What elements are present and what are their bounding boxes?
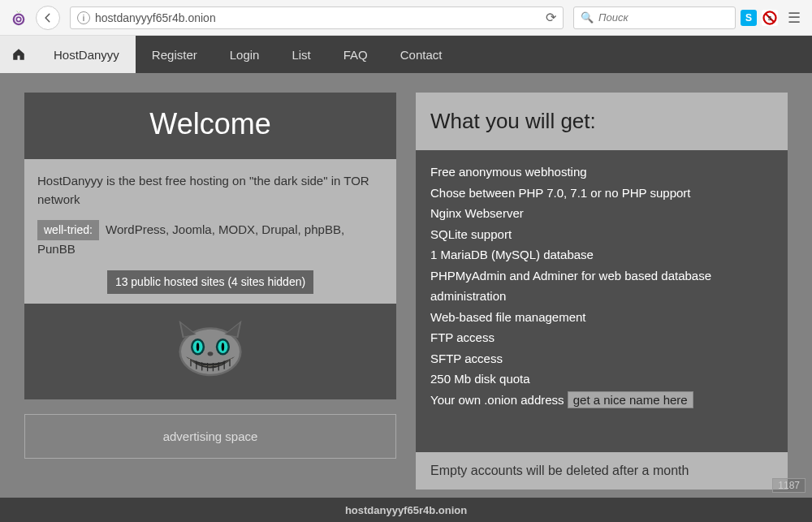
hamburger-menu-icon[interactable]: ☰ (783, 9, 806, 27)
feature-item: Free anonymous webhosting (430, 162, 773, 183)
nav-register[interactable]: Register (136, 36, 214, 73)
nav-faq[interactable]: FAQ (327, 36, 384, 73)
feature-item: SQLite support (430, 224, 773, 245)
right-column: What you will get: Free anonymous webhos… (416, 93, 788, 490)
feature-onion: Your own .onion address get a nice name … (430, 390, 773, 411)
welcome-body: HostDanyyy is the best free hosting on "… (24, 159, 396, 304)
feature-item: FTP access (430, 327, 773, 348)
home-icon[interactable] (0, 36, 37, 73)
browser-toolbar: i hostdanyyyf65r4b.onion ⟳ 🔍 S S ☰ (0, 0, 812, 36)
welcome-title: Welcome (24, 93, 396, 159)
svg-point-13 (197, 343, 199, 351)
visitor-counter: 1187 (772, 478, 806, 493)
back-button[interactable] (36, 6, 60, 30)
reload-icon[interactable]: ⟳ (546, 10, 556, 25)
nav-login[interactable]: Login (214, 36, 276, 73)
search-input[interactable] (598, 11, 728, 24)
feature-item: SFTP access (430, 348, 773, 369)
noscript-extension-icon[interactable]: S (762, 10, 778, 26)
cheshire-cat-image (24, 304, 396, 399)
hosted-sites-text: 13 public hosted sites (4 sites hidden) (107, 270, 313, 294)
feature-item: 250 Mb disk quota (430, 369, 773, 390)
nice-name-link[interactable]: get a nice name here (568, 391, 693, 408)
empty-accounts-note: Empty accounts will be deleted after a m… (416, 452, 788, 490)
tor-onion-icon[interactable] (6, 6, 31, 30)
feature-item: Nginx Webserver (430, 203, 773, 224)
nav-brand[interactable]: HostDanyyy (37, 36, 136, 73)
feature-item: PHPMyAdmin and Adminer for web based dat… (430, 265, 773, 307)
footer-text: hostdanyyyf65r4b.onion (345, 504, 467, 516)
wyg-heading: What you will get: (416, 93, 788, 150)
svg-point-23 (208, 352, 214, 356)
search-bar[interactable]: 🔍 (573, 6, 736, 29)
feature-item: 1 MariaDB (MySQL) database (430, 244, 773, 265)
well-tried-row: well-tried: WordPress, Joomla, MODX, Dru… (37, 220, 383, 259)
url-bar[interactable]: i hostdanyyyf65r4b.onion ⟳ (70, 6, 564, 29)
features-list: Free anonymous webhosting Chose between … (416, 150, 788, 452)
nav-contact[interactable]: Contact (384, 36, 459, 73)
url-text: hostdanyyyf65r4b.onion (95, 11, 541, 24)
feature-item: Web-based file management (430, 307, 773, 328)
svg-text:S: S (768, 15, 772, 21)
search-icon: 🔍 (581, 11, 594, 24)
main-nav: HostDanyyy Register Login List FAQ Conta… (0, 36, 812, 73)
nav-list[interactable]: List (275, 36, 326, 73)
site-info-icon[interactable]: i (77, 11, 90, 24)
hosted-sites-badge: 13 public hosted sites (4 sites hidden) (37, 270, 383, 294)
svg-point-14 (222, 343, 224, 351)
content-area: Welcome HostDanyyy is the best free host… (0, 73, 812, 498)
left-column: Welcome HostDanyyy is the best free host… (24, 93, 396, 490)
advertising-space[interactable]: advertising space (24, 414, 396, 459)
skype-extension-icon[interactable]: S (741, 10, 757, 26)
well-tried-badge: well-tried: (37, 220, 99, 240)
feature-item: Chose between PHP 7.0, 7.1 or no PHP sup… (430, 183, 773, 204)
own-onion-text: Your own .onion address (430, 393, 564, 407)
intro-text: HostDanyyy is the best free hosting on "… (37, 172, 383, 209)
svg-point-3 (17, 18, 20, 21)
footer: hostdanyyyf65r4b.onion (0, 498, 812, 522)
